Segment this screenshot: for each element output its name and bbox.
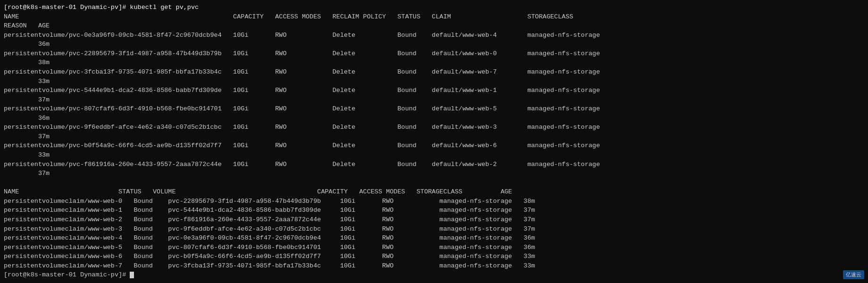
pv-row-6: persistentvolume/pvc-b0f54a9c-66f6-4cd5-…: [4, 141, 864, 150]
pv-row-7: persistentvolume/pvc-f861916a-260e-4433-…: [4, 160, 864, 169]
command-line: [root@k8s-master-01 Dynamic-pv]# kubectl…: [4, 3, 864, 12]
pv-rows-container: persistentvolume/pvc-0e3a96f0-09cb-4581-…: [4, 31, 864, 178]
prompt-text: [root@k8s-master-01 Dynamic-pv]#: [4, 271, 130, 278]
pv-row-age-6: 33m: [4, 150, 864, 160]
pvc-row-6: persistentvolumeclaim/www-web-6 Bound pv…: [4, 252, 864, 261]
pv-row-age-2: 33m: [4, 77, 864, 86]
pvc-row-3: persistentvolumeclaim/www-web-3 Bound pv…: [4, 225, 864, 234]
pv-row-5: persistentvolume/pvc-9f6eddbf-afce-4e62-…: [4, 123, 864, 132]
cursor: [130, 272, 134, 278]
pvc-row-1: persistentvolumeclaim/www-web-1 Bound pv…: [4, 206, 864, 215]
pv-row-3: persistentvolume/pvc-5444e9b1-dca2-4836-…: [4, 86, 864, 95]
pv-header: NAME CAPACITY ACCESS MODES RECLAIM POLIC…: [4, 12, 864, 22]
pv-row-age-7: 37m: [4, 169, 864, 178]
pv-header2: REASON AGE: [4, 21, 864, 31]
pv-row-0: persistentvolume/pvc-0e3a96f0-09cb-4581-…: [4, 31, 864, 40]
pv-row-1: persistentvolume/pvc-22895679-3f1d-4987-…: [4, 49, 864, 58]
pv-row-age-4: 36m: [4, 114, 864, 123]
terminal: [root@k8s-master-01 Dynamic-pv]# kubectl…: [0, 0, 868, 283]
pvc-row-7: persistentvolumeclaim/www-web-7 Bound pv…: [4, 261, 864, 271]
pv-row-age-5: 37m: [4, 132, 864, 142]
final-prompt[interactable]: [root@k8s-master-01 Dynamic-pv]#: [4, 270, 864, 280]
pvc-rows-container: persistentvolumeclaim/www-web-0 Bound pv…: [4, 197, 864, 271]
pvc-row-4: persistentvolumeclaim/www-web-4 Bound pv…: [4, 233, 864, 243]
pv-row-age-3: 37m: [4, 95, 864, 105]
watermark-badge: 亿速云: [843, 270, 864, 279]
pv-row-age-1: 38m: [4, 58, 864, 67]
pvc-row-2: persistentvolumeclaim/www-web-2 Bound pv…: [4, 215, 864, 225]
blank-line-1: [4, 178, 864, 188]
pv-row-2: persistentvolume/pvc-3fcba13f-9735-4071-…: [4, 67, 864, 77]
pvc-row-0: persistentvolumeclaim/www-web-0 Bound pv…: [4, 197, 864, 206]
pvc-row-5: persistentvolumeclaim/www-web-5 Bound pv…: [4, 243, 864, 252]
pv-row-age-0: 36m: [4, 40, 864, 49]
pv-row-4: persistentvolume/pvc-807cfaf6-6d3f-4910-…: [4, 104, 864, 114]
pvc-header: NAME STATUS VOLUME CAPACITY ACCESS MODES…: [4, 187, 864, 197]
